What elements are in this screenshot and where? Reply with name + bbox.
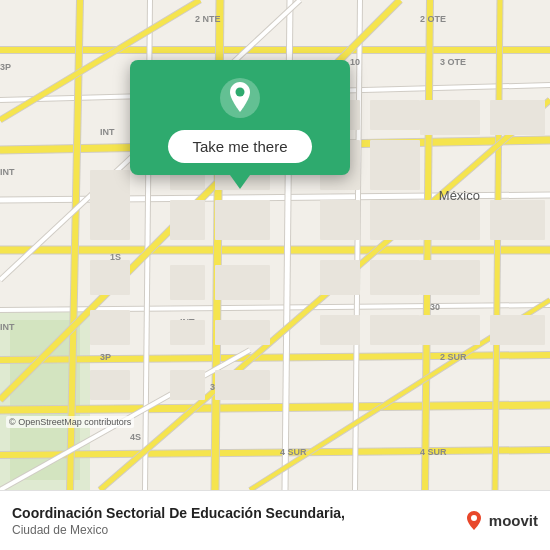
svg-rect-68 [170, 200, 205, 240]
svg-rect-81 [490, 100, 545, 135]
svg-rect-94 [370, 315, 420, 345]
svg-text:4 SUR: 4 SUR [280, 447, 307, 457]
svg-text:30: 30 [430, 302, 440, 312]
moovit-pin-icon [463, 510, 485, 532]
map-popup: Take me there [130, 60, 350, 175]
bottom-bar: Coordinación Sectorial De Educación Secu… [0, 490, 550, 550]
svg-rect-95 [420, 315, 480, 345]
moovit-text: moovit [489, 512, 538, 529]
svg-rect-90 [90, 370, 130, 400]
svg-text:10: 10 [350, 57, 360, 67]
svg-rect-87 [320, 260, 360, 295]
svg-rect-96 [490, 315, 545, 345]
osm-credit: © OpenStreetMap contributors [6, 416, 134, 428]
svg-rect-89 [420, 260, 480, 295]
svg-text:3P: 3P [100, 352, 111, 362]
svg-point-98 [236, 88, 245, 97]
location-info: Coordinación Sectorial De Educación Secu… [12, 504, 453, 536]
take-me-there-button[interactable]: Take me there [168, 130, 311, 163]
svg-text:3 OTE: 3 OTE [440, 57, 466, 67]
location-pin-icon [218, 76, 262, 120]
svg-text:INT: INT [0, 322, 15, 332]
svg-rect-78 [90, 260, 130, 295]
svg-rect-82 [420, 200, 480, 240]
svg-rect-74 [170, 265, 205, 300]
svg-line-18 [0, 405, 550, 410]
moovit-logo: moovit [463, 510, 538, 532]
svg-rect-71 [370, 100, 420, 130]
svg-rect-75 [215, 265, 270, 300]
map-container: 2 NTE 2 OTE 10 3 OTE 3P INT INT 1S INT 3… [0, 0, 550, 490]
svg-rect-93 [320, 315, 360, 345]
svg-text:2 OTE: 2 OTE [420, 14, 446, 24]
svg-rect-84 [90, 310, 130, 345]
svg-text:INT: INT [100, 127, 115, 137]
svg-text:2 NTE: 2 NTE [195, 14, 221, 24]
svg-text:4S: 4S [130, 432, 141, 442]
location-title: Coordinación Sectorial De Educación Secu… [12, 504, 453, 522]
svg-rect-91 [170, 370, 205, 400]
location-subtitle: Ciudad de Mexico [12, 523, 453, 537]
svg-rect-83 [490, 200, 545, 240]
svg-rect-73 [370, 140, 420, 190]
svg-text:3P: 3P [0, 62, 11, 72]
svg-rect-77 [370, 200, 420, 240]
svg-text:INT: INT [0, 167, 15, 177]
svg-rect-80 [420, 100, 480, 135]
svg-text:2 SUR: 2 SUR [440, 352, 467, 362]
svg-rect-76 [320, 200, 360, 240]
svg-rect-85 [170, 320, 205, 345]
svg-rect-92 [215, 370, 270, 400]
svg-text:4 SUR: 4 SUR [420, 447, 447, 457]
svg-rect-79 [90, 170, 130, 240]
svg-rect-69 [215, 200, 270, 240]
svg-point-99 [471, 515, 477, 521]
svg-rect-86 [215, 320, 270, 345]
svg-rect-88 [370, 260, 420, 295]
